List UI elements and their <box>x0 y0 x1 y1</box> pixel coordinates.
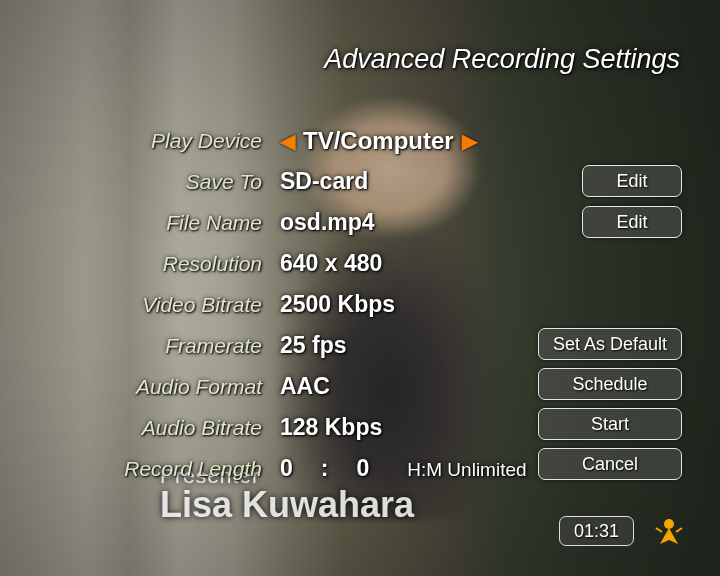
label-file-name: File Name <box>0 211 280 235</box>
record-length-suffix: H:M Unlimited <box>407 459 526 481</box>
row-resolution: Resolution 640 x 480 <box>0 243 720 284</box>
play-device-text: TV/Computer <box>303 127 454 155</box>
label-play-device: Play Device <box>0 129 280 153</box>
record-length-sep: : <box>321 455 329 482</box>
value-resolution[interactable]: 640 x 480 <box>280 250 720 277</box>
label-record-length: Record Length <box>0 457 280 481</box>
value-video-bitrate[interactable]: 2500 Kbps <box>280 291 720 318</box>
start-button[interactable]: Start <box>538 408 682 440</box>
mascot-icon <box>654 514 684 550</box>
record-length-h: 0 <box>280 455 293 482</box>
schedule-button[interactable]: Schedule <box>538 368 682 400</box>
row-video-bitrate: Video Bitrate 2500 Kbps <box>0 284 720 325</box>
value-play-device[interactable]: ◀ TV/Computer ▶ <box>280 126 720 155</box>
label-video-bitrate: Video Bitrate <box>0 293 280 317</box>
label-save-to: Save To <box>0 170 280 194</box>
edit-save-to-button[interactable]: Edit <box>582 165 682 197</box>
cancel-button[interactable]: Cancel <box>538 448 682 480</box>
screen: Presenter Lisa Kuwahara Advanced Recordi… <box>0 0 720 576</box>
clock-display: 01:31 <box>559 516 634 546</box>
label-resolution: Resolution <box>0 252 280 276</box>
edit-file-name-button[interactable]: Edit <box>582 206 682 238</box>
arrow-right-icon[interactable]: ▶ <box>462 129 477 153</box>
page-title: Advanced Recording Settings <box>324 44 680 75</box>
osd-overlay: Advanced Recording Settings Play Device … <box>0 0 720 576</box>
row-play-device: Play Device ◀ TV/Computer ▶ <box>0 120 720 161</box>
svg-point-0 <box>664 519 674 529</box>
label-audio-format: Audio Format <box>0 375 280 399</box>
label-framerate: Framerate <box>0 334 280 358</box>
set-as-default-button[interactable]: Set As Default <box>538 328 682 360</box>
arrow-left-icon[interactable]: ◀ <box>280 129 295 153</box>
record-length-m: 0 <box>356 455 369 482</box>
label-audio-bitrate: Audio Bitrate <box>0 416 280 440</box>
